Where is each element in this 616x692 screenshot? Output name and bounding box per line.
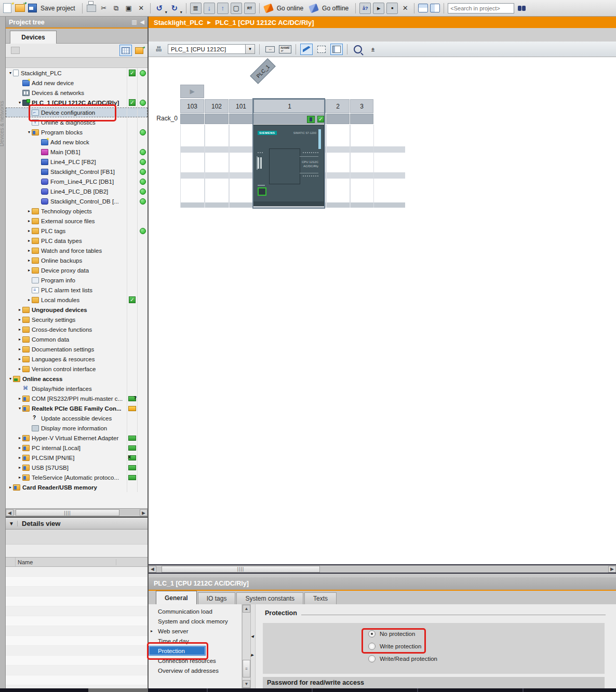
tree-item[interactable]: ▸Technology objects [6, 206, 148, 216]
start-window-icon[interactable]: ▸ [373, 3, 384, 14]
expand-icon[interactable]: ▸ [17, 347, 22, 351]
rename-label-icon[interactable]: NAME↵ [279, 44, 291, 55]
expand-icon[interactable]: ▸ [17, 465, 22, 470]
scroll-right-icon[interactable]: ▶ [140, 509, 148, 516]
tree-item[interactable]: ▸PLCSIM [PN/IE] [6, 453, 148, 463]
tree-item[interactable]: ▸PLC tags [6, 226, 148, 236]
radio-option-write-protection[interactable]: Write protection [368, 643, 421, 650]
tree-item[interactable]: ▸PLC data types [6, 236, 148, 246]
save-project-button[interactable]: Save project [41, 5, 75, 12]
redo-icon[interactable]: ↻ [169, 3, 180, 13]
go-online-icon[interactable] [263, 3, 274, 13]
zoom-level-icon[interactable]: ± [367, 44, 379, 55]
tree-item[interactable]: ▸TeleService [Automatic protoco... [6, 472, 148, 482]
slot-body-103[interactable] [180, 125, 205, 208]
tree-item[interactable]: Device configuration [6, 107, 148, 117]
pane-splitter[interactable]: ◀▶ [251, 604, 256, 688]
paste-icon[interactable]: ▣ [124, 3, 134, 13]
tree-item[interactable]: ▸External source files [6, 216, 148, 226]
runtime-icon[interactable]: RT [244, 3, 256, 14]
sort-view-icon[interactable] [133, 45, 145, 56]
measure-width-icon[interactable]: ↔ [264, 44, 276, 55]
download-to-device-icon[interactable]: ↓ [204, 3, 215, 14]
new-item-icon[interactable] [9, 45, 21, 56]
tree-item[interactable]: ▾Program blocks [6, 127, 148, 137]
tree-item[interactable]: Display more information [6, 423, 148, 433]
tree-item[interactable]: Add new block [6, 137, 148, 147]
tree-item[interactable]: ▾PLC_1 [CPU 1212C AC/DC/Rly]✓ [6, 98, 148, 107]
collapse-icon[interactable]: ▾ [17, 406, 22, 411]
scroll-thumb[interactable]: |||| [162, 566, 320, 573]
slot-header-101[interactable]: 101 [229, 99, 253, 113]
expand-icon[interactable]: ▸ [17, 337, 22, 342]
tree-item[interactable]: Devices & networks [6, 88, 148, 98]
scroll-left-icon[interactable]: ◀ [6, 509, 14, 516]
tree-item[interactable]: Stacklight_Control [FB1] [6, 167, 148, 177]
slot-header-1[interactable]: 1 [253, 99, 326, 113]
tree-item[interactable]: ▸Hyper-V Virtual Ethernet Adapter [6, 433, 148, 443]
expand-icon[interactable]: ▸ [17, 317, 22, 322]
new-project-icon[interactable] [2, 3, 12, 13]
slot-header-3[interactable]: 3 [350, 99, 373, 113]
tree-item[interactable]: ▾Online access [6, 374, 148, 384]
radio-button[interactable] [368, 630, 376, 637]
device-view-canvas[interactable]: PLC_1 ▶ 103102101123 ✓ Rack_0 SIEMENS SI… [149, 57, 616, 564]
expand-icon[interactable]: ▸ [17, 455, 22, 460]
collapse-icon[interactable]: ▾ [8, 71, 13, 75]
tree-item[interactable]: ▸Local modules✓ [6, 295, 148, 305]
tree-item[interactable]: ▸Security settings [6, 315, 148, 324]
breadcrumb-segment[interactable]: Stacklight_PLC [154, 19, 203, 26]
scroll-left-icon[interactable]: ◀ [149, 566, 156, 573]
delete-icon[interactable]: ✕ [136, 3, 146, 13]
collapse-panel-icon[interactable]: ◀ [140, 19, 144, 25]
slot-header-103[interactable]: 103 [180, 99, 204, 113]
tab-devices[interactable]: Devices [10, 31, 57, 44]
tree-item[interactable]: Line4_PLC_DB [DB2] [6, 186, 148, 196]
slot-body-102[interactable] [205, 125, 229, 208]
scroll-thumb[interactable]: ≡ [243, 660, 250, 677]
tree-item[interactable]: ▸Card Reader/USB memory [6, 482, 148, 492]
grid-icon[interactable] [315, 44, 328, 55]
device-view-hscrollbar[interactable]: ◀ |||| ▶ [149, 564, 616, 574]
go-offline-button[interactable]: Go offline [322, 5, 349, 12]
expand-icon[interactable]: ▸ [26, 258, 32, 263]
upload-from-device-icon[interactable]: ↑ [217, 3, 229, 14]
tree-item[interactable]: ▸Device proxy data [6, 265, 148, 275]
expand-icon[interactable]: ▸ [17, 396, 22, 401]
radio-option-no-protection[interactable]: No protection [368, 630, 415, 637]
device-overview-icon[interactable] [330, 44, 343, 55]
tree-item[interactable]: ▸PC internal [Local] [6, 443, 148, 453]
go-online-button[interactable]: Go online [277, 5, 303, 12]
expand-icon[interactable]: ▸ [26, 209, 32, 213]
collapse-icon[interactable]: ▾ [8, 376, 13, 381]
tree-item[interactable]: Update accessible devices [6, 413, 148, 423]
tree-item[interactable]: Add new device [6, 78, 148, 88]
chevron-down-icon[interactable]: ▼ [6, 521, 18, 526]
side-tab-strip[interactable]: Devices & networks [0, 17, 6, 688]
slot-body-101[interactable] [229, 125, 253, 208]
tree-item[interactable]: ▸Online backups [6, 255, 148, 265]
cross-reference-icon[interactable]: ✕ [400, 3, 410, 13]
scroll-right-icon[interactable]: ▶ [608, 566, 616, 573]
split-vertical-icon[interactable] [430, 4, 440, 12]
nav-vscrollbar[interactable]: ▲ ≡ ▼ [242, 604, 251, 688]
tree-item[interactable]: ▾Realtek PCIe GBE Family Con... [6, 403, 148, 413]
tree-item[interactable]: PLC alarm text lists [6, 285, 148, 295]
tab-texts[interactable]: Texts [304, 592, 337, 604]
go-offline-icon[interactable] [309, 3, 319, 13]
tab-system-constants[interactable]: System constants [236, 592, 303, 604]
save-project-icon[interactable] [27, 3, 37, 13]
plc-name-tag[interactable]: PLC_1 [250, 58, 275, 84]
breadcrumb-segment[interactable]: PLC_1 [CPU 1212C AC/DC/Rly] [215, 19, 314, 26]
show-addresses-icon[interactable] [300, 44, 313, 55]
tree-item[interactable]: ▸Cross-device functions [6, 324, 148, 334]
expand-icon[interactable]: ▸ [8, 485, 13, 490]
tab-general[interactable]: General [156, 591, 197, 604]
expand-icon[interactable]: ▸ [151, 629, 153, 633]
scroll-down-icon[interactable]: ▼ [243, 680, 250, 688]
cpu-module[interactable]: SIEMENS SIMATIC S7-1200 CPU 1212C AC/DC/… [253, 125, 324, 206]
slot-header-102[interactable]: 102 [205, 99, 229, 113]
expand-icon[interactable]: ▸ [17, 367, 22, 371]
collapse-icon[interactable]: ▾ [26, 130, 32, 134]
tree-item[interactable]: Main [OB1] [6, 147, 148, 157]
